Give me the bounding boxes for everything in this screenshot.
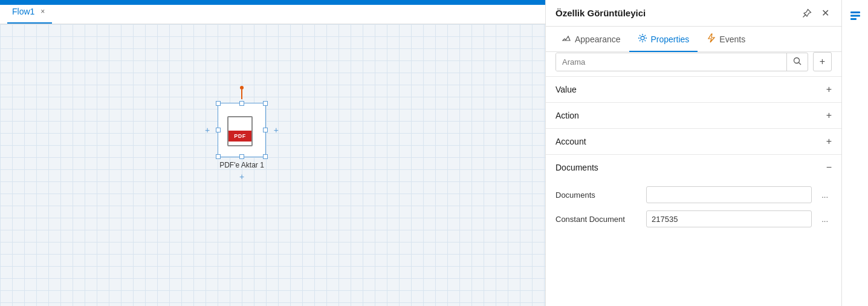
bottom-connector-plus[interactable]: + bbox=[239, 172, 244, 181]
tab-events-label: Events bbox=[719, 34, 745, 44]
handle-tr[interactable] bbox=[263, 101, 268, 106]
close-icon: ✕ bbox=[821, 7, 829, 19]
connector-line bbox=[241, 90, 242, 99]
top-connector bbox=[240, 86, 244, 99]
right-connector-plus[interactable]: + bbox=[274, 125, 279, 135]
section-account-label: Account bbox=[555, 137, 586, 146]
section-account-toggle[interactable]: + bbox=[826, 136, 832, 147]
prop-value-constant-document-text: 217535 bbox=[652, 215, 806, 224]
prop-value-documents[interactable] bbox=[646, 186, 812, 203]
appearance-icon bbox=[562, 33, 571, 45]
left-connector-plus[interactable]: + bbox=[205, 125, 210, 135]
svg-line-0 bbox=[803, 14, 806, 17]
events-icon bbox=[706, 33, 716, 45]
section-action-toggle[interactable]: + bbox=[826, 110, 832, 121]
close-button[interactable]: ✕ bbox=[819, 5, 832, 21]
handle-rm[interactable] bbox=[263, 128, 268, 132]
svg-point-2 bbox=[794, 57, 799, 63]
section-value-label: Value bbox=[555, 85, 577, 94]
handle-br[interactable] bbox=[263, 154, 268, 159]
pdf-icon: PDF bbox=[227, 114, 256, 146]
tab-properties[interactable]: Properties bbox=[629, 27, 698, 52]
svg-point-1 bbox=[641, 36, 644, 40]
section-action-header[interactable]: Action + bbox=[546, 103, 841, 128]
canvas-content: + + PDF + PDF'e Aktar 1 bbox=[0, 24, 545, 306]
pdf-label-text: PDF bbox=[234, 133, 246, 139]
properties-panel: Özellik Görüntüleyici ✕ Appearance bbox=[545, 0, 841, 306]
handle-lm[interactable] bbox=[216, 128, 221, 132]
tab-label: Flow1 bbox=[12, 7, 34, 16]
handle-bm[interactable] bbox=[239, 154, 244, 159]
tab-properties-label: Properties bbox=[651, 34, 690, 44]
handle-tl[interactable] bbox=[216, 101, 221, 106]
properties-icon bbox=[638, 33, 647, 45]
tab-appearance[interactable]: Appearance bbox=[553, 27, 629, 52]
section-action-label: Action bbox=[555, 111, 579, 120]
section-value-toggle[interactable]: + bbox=[826, 84, 832, 95]
section-action: Action + bbox=[546, 102, 841, 128]
tab-close-btn[interactable]: × bbox=[38, 6, 47, 17]
add-property-button[interactable]: + bbox=[813, 52, 832, 71]
component-box[interactable]: + + PDF bbox=[218, 103, 266, 157]
pdf-component[interactable]: + + PDF + PDF'e Aktar 1 bbox=[218, 103, 266, 169]
panel-header-actions: ✕ bbox=[800, 5, 832, 21]
pdf-label-box: PDF bbox=[228, 131, 251, 142]
documents-rows: Documents ... Constant Document 217535 .… bbox=[546, 180, 841, 238]
prop-row-constant-document: Constant Document 217535 ... bbox=[555, 207, 832, 231]
right-icon-strip bbox=[841, 0, 868, 306]
section-documents: Documents − Documents ... Constant Docum… bbox=[546, 154, 841, 238]
svg-rect-4 bbox=[850, 11, 860, 13]
handle-tm[interactable] bbox=[239, 101, 244, 106]
pin-button[interactable] bbox=[800, 6, 814, 21]
svg-rect-6 bbox=[850, 18, 857, 20]
section-account-header[interactable]: Account + bbox=[546, 129, 841, 154]
panel-title: Özellik Görüntüleyici bbox=[555, 8, 646, 18]
section-documents-toggle[interactable]: − bbox=[826, 162, 832, 173]
pdf-doc-bg: PDF bbox=[227, 116, 253, 146]
section-value-header[interactable]: Value + bbox=[546, 77, 841, 102]
prop-more-documents[interactable]: ... bbox=[818, 189, 832, 201]
search-bar bbox=[555, 53, 808, 71]
tab-events[interactable]: Events bbox=[698, 27, 754, 52]
prop-label-documents: Documents bbox=[555, 190, 640, 200]
handle-bl[interactable] bbox=[216, 154, 221, 159]
prop-row-documents: Documents ... bbox=[555, 183, 832, 207]
panel-header: Özellik Görüntüleyici ✕ bbox=[546, 0, 841, 27]
component-label: PDF'e Aktar 1 bbox=[219, 161, 264, 169]
search-button[interactable] bbox=[786, 53, 808, 71]
section-value: Value + bbox=[546, 76, 841, 102]
canvas-area: Flow1 × + + bbox=[0, 0, 545, 306]
prop-value-constant-document[interactable]: 217535 bbox=[646, 210, 812, 227]
strip-properties-icon[interactable] bbox=[844, 5, 866, 27]
prop-label-constant-document: Constant Document bbox=[555, 215, 640, 224]
svg-rect-5 bbox=[850, 15, 860, 17]
search-row: + bbox=[546, 52, 841, 71]
svg-line-3 bbox=[798, 62, 801, 65]
section-account: Account + bbox=[546, 128, 841, 154]
section-documents-header[interactable]: Documents − bbox=[546, 155, 841, 180]
prop-more-constant-document[interactable]: ... bbox=[818, 213, 832, 225]
tab-appearance-label: Appearance bbox=[575, 34, 621, 44]
section-documents-label: Documents bbox=[555, 163, 598, 172]
panel-tabs: Appearance Properties Events bbox=[546, 27, 841, 52]
search-input[interactable] bbox=[556, 53, 786, 71]
